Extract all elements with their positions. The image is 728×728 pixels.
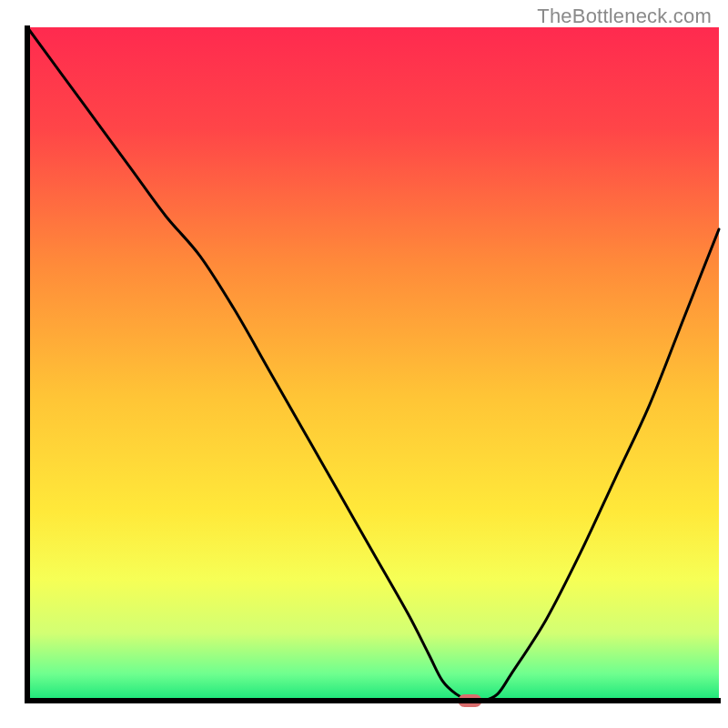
chart-background [27, 27, 719, 701]
chart-container: TheBottleneck.com [0, 0, 728, 728]
bottleneck-chart [0, 0, 728, 728]
